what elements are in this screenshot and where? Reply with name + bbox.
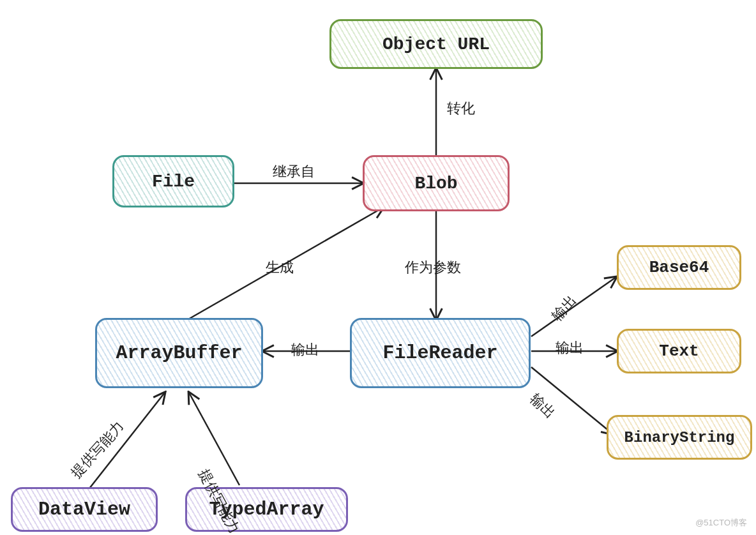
- node-label: DataView: [38, 499, 130, 520]
- node-label: Text: [659, 342, 699, 361]
- node-file: File: [112, 155, 234, 207]
- node-filereader: FileReader: [350, 318, 531, 388]
- node-label: Object URL: [382, 34, 490, 54]
- edge-label-blob-filereader: 作为参数: [405, 258, 461, 277]
- edge-label-filereader-text: 输出: [556, 338, 584, 358]
- node-label: BinaryString: [624, 429, 735, 446]
- node-label: File: [152, 172, 195, 192]
- watermark: @51CTO博客: [695, 517, 747, 529]
- node-label: FileReader: [382, 342, 497, 364]
- node-label: Base64: [649, 258, 709, 277]
- edge-label-arraybuffer-blob: 生成: [266, 258, 294, 277]
- node-blob: Blob: [363, 155, 510, 211]
- node-label: Blob: [414, 174, 457, 193]
- node-object-url: Object URL: [329, 19, 543, 69]
- node-dataview: DataView: [11, 487, 158, 532]
- node-arraybuffer: ArrayBuffer: [95, 318, 263, 388]
- node-text: Text: [617, 329, 741, 373]
- node-binarystring: BinaryString: [607, 415, 752, 460]
- node-label: ArrayBuffer: [116, 342, 242, 364]
- edge-label-file-blob: 继承自: [273, 162, 315, 181]
- node-base64: Base64: [617, 245, 741, 290]
- edge-label-filereader-arraybuffer: 输出: [291, 340, 319, 359]
- edge-label-blob-objecturl: 转化: [447, 99, 475, 118]
